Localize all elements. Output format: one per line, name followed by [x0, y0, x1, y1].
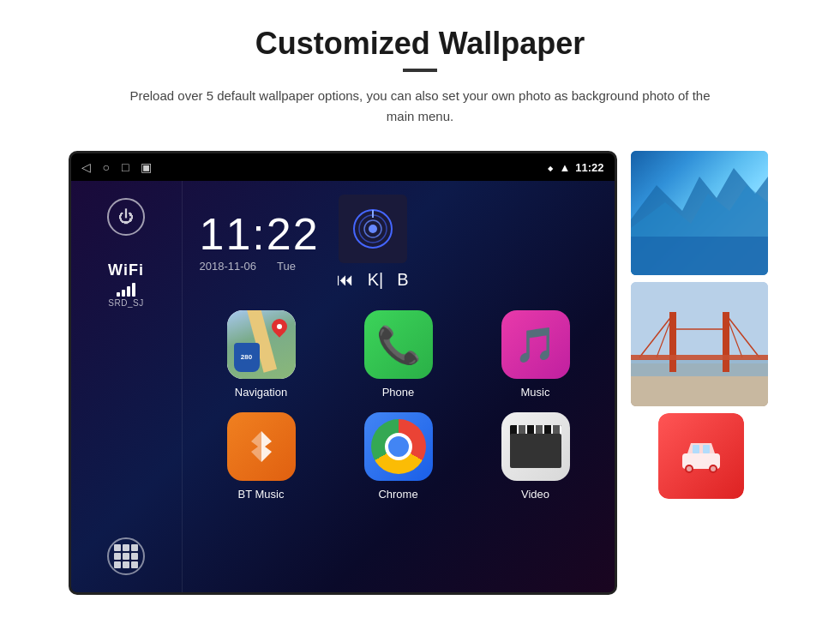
- wifi-bar-4: [132, 283, 135, 297]
- carsetting-bg: [658, 413, 744, 499]
- navigation-app-label: Navigation: [235, 386, 287, 399]
- wallpaper-thumb-ice[interactable]: [631, 151, 768, 275]
- sidebar: ⏻ WiFi SRD_SJ: [71, 181, 183, 592]
- ice-svg: [631, 151, 768, 275]
- app-item-video[interactable]: Video: [474, 412, 597, 501]
- wifi-bar-2: [122, 290, 125, 297]
- app-item-chrome[interactable]: Chrome: [337, 412, 460, 501]
- svg-rect-22: [631, 355, 768, 360]
- svg-rect-12: [631, 359, 768, 376]
- location-icon: ⬥: [547, 161, 554, 174]
- carsetting-item[interactable]: CarSetting: [631, 413, 772, 516]
- app-item-navigation[interactable]: 280 Navigation: [200, 310, 323, 399]
- navigation-app-icon: 280: [227, 310, 296, 379]
- wifi-bar-1: [117, 292, 120, 297]
- status-time: 11:22: [575, 161, 603, 174]
- media-icon-box[interactable]: [339, 195, 407, 263]
- wallpaper-panel: CarSetting: [631, 151, 772, 516]
- svg-rect-30: [703, 445, 710, 453]
- app-grid: 280 Navigation: [200, 310, 597, 501]
- media-prev-icon[interactable]: ⏮: [337, 270, 354, 290]
- phone-app-icon: 📞: [364, 310, 433, 379]
- phone-icon: 📞: [376, 324, 421, 366]
- clock-display: 11:22 2018-11-06 Tue: [200, 212, 320, 273]
- bridge-bg: [631, 282, 768, 406]
- wifi-ssid: SRD_SJ: [108, 298, 143, 308]
- video-app-label: Video: [521, 488, 549, 501]
- media-widget: ⏮ K| B: [337, 195, 409, 290]
- svg-marker-6: [251, 431, 261, 462]
- recents-nav-icon[interactable]: □: [122, 160, 129, 174]
- status-bar: ◁ ○ □ ▣ ⬥ ▲ 11:22: [71, 153, 615, 181]
- media-letter-k: K|: [368, 270, 384, 290]
- main-content: 11:22 2018-11-06 Tue: [183, 181, 615, 592]
- wallpaper-thumb-bridge[interactable]: [631, 282, 768, 406]
- svg-rect-9: [631, 237, 768, 275]
- app-item-bt-music[interactable]: BT Music: [200, 412, 323, 501]
- carsetting-icon-box: [658, 413, 744, 499]
- home-nav-icon[interactable]: ○: [103, 160, 110, 174]
- wifi-icon: ▲: [559, 161, 570, 174]
- media-letter-b: B: [397, 270, 408, 290]
- page-subtitle: Preload over 5 default wallpaper options…: [120, 86, 720, 127]
- nav-shield-number: 280: [241, 354, 252, 361]
- clock-area: 11:22 2018-11-06 Tue: [200, 195, 597, 290]
- bt-music-app-icon: [227, 412, 296, 481]
- screenshot-nav-icon[interactable]: ▣: [141, 160, 152, 174]
- bridge-svg: [631, 282, 768, 406]
- clock-time: 11:22: [200, 212, 320, 256]
- svg-marker-24: [687, 443, 715, 453]
- video-app-icon: [501, 412, 570, 481]
- music-icon: 🎵: [514, 325, 557, 365]
- bt-music-app-label: BT Music: [238, 488, 285, 501]
- apps-grid-button[interactable]: [107, 537, 145, 575]
- device-mockup: ◁ ○ □ ▣ ⬥ ▲ 11:22 ⏻ WiFi: [69, 151, 617, 595]
- back-nav-icon[interactable]: ◁: [81, 160, 91, 174]
- svg-marker-5: [261, 431, 272, 462]
- svg-point-26: [687, 466, 692, 471]
- car-icon: [675, 435, 727, 477]
- phone-app-label: Phone: [382, 386, 415, 399]
- app-item-music[interactable]: 🎵 Music: [474, 310, 597, 399]
- content-wrapper: ◁ ○ □ ▣ ⬥ ▲ 11:22 ⏻ WiFi: [34, 151, 806, 595]
- wifi-label: WiFi: [108, 261, 144, 279]
- apps-grid-icon: [114, 544, 138, 568]
- status-bar-right: ⬥ ▲ 11:22: [547, 161, 603, 174]
- chrome-ring-inner: [385, 433, 412, 460]
- status-bar-left: ◁ ○ □ ▣: [81, 160, 153, 174]
- wifi-bars: [117, 283, 135, 297]
- page-title: Customized Wallpaper: [255, 26, 585, 62]
- clapperboard-icon: [510, 425, 561, 468]
- svg-point-3: [369, 225, 377, 233]
- power-icon: ⏻: [118, 208, 134, 226]
- carsetting-label: CarSetting: [677, 504, 726, 516]
- media-radio-icon: [351, 207, 394, 250]
- clock-date: 2018-11-06: [200, 260, 257, 273]
- chrome-app-label: Chrome: [378, 488, 417, 501]
- music-app-label: Music: [521, 386, 550, 399]
- clock-day: Tue: [277, 260, 296, 273]
- ice-bg: [631, 151, 768, 275]
- bluetooth-icon: [243, 428, 280, 465]
- app-item-phone[interactable]: 📞 Phone: [337, 310, 460, 399]
- svg-rect-29: [693, 445, 699, 453]
- clock-date-row: 2018-11-06 Tue: [200, 260, 296, 273]
- media-controls: ⏮ K| B: [337, 270, 409, 290]
- title-divider: [403, 69, 437, 72]
- svg-point-28: [711, 466, 716, 471]
- screen-body: ⏻ WiFi SRD_SJ: [71, 181, 615, 592]
- music-app-icon: 🎵: [501, 310, 570, 379]
- wifi-bar-3: [127, 286, 130, 297]
- power-button[interactable]: ⏻: [107, 198, 145, 236]
- wifi-widget[interactable]: WiFi SRD_SJ: [108, 261, 144, 308]
- chrome-app-icon: [364, 412, 433, 481]
- chrome-ring-outer: [371, 419, 426, 474]
